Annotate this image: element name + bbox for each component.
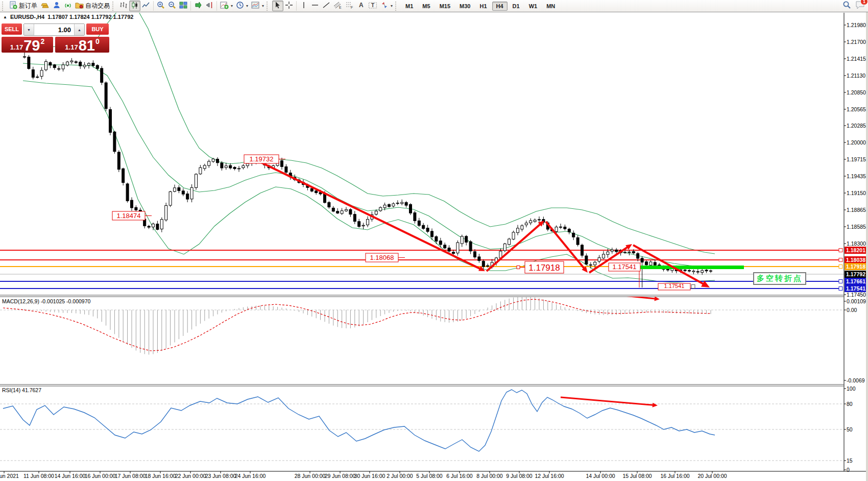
candle-body: [401, 202, 403, 203]
candle-body: [62, 65, 64, 69]
candle-body: [560, 227, 562, 227]
time-tick-label: 17 Jun 08:00: [115, 473, 146, 479]
candle-body: [45, 62, 47, 70]
macd-panel: [0, 290, 842, 355]
price-annotation: 1.19732: [244, 155, 285, 163]
time-tick-label: 6 Jul 16:00: [446, 473, 473, 479]
sell-button[interactable]: SELL: [2, 23, 22, 35]
candle-body: [79, 62, 82, 66]
candle-body: [654, 262, 656, 265]
candle-body: [169, 191, 172, 205]
price-tick-label: 1.20850: [847, 89, 866, 95]
candle-body: [379, 207, 382, 211]
candle-body: [113, 132, 116, 151]
candle-body: [383, 205, 386, 208]
svg-text:1.17541: 1.17541: [613, 263, 637, 271]
macd-label: MACD(12,26,9) -0.001025 -0.000970: [2, 298, 91, 304]
volume-increase-button[interactable]: ▲: [74, 24, 84, 35]
candle-body: [426, 228, 429, 232]
price-tick-label: 1.17450: [847, 292, 866, 298]
volume-decrease-button[interactable]: ▼: [24, 24, 34, 35]
candle-body: [701, 271, 704, 273]
ohlc-values: 1.17807 1.17824 1.17792 1.17792: [47, 14, 133, 20]
rsi-label: RSI(14) 41.7627: [2, 387, 41, 393]
candle-body: [109, 109, 112, 132]
candle-body: [190, 187, 193, 199]
svg-text:1.17918: 1.17918: [846, 263, 865, 270]
candle-body: [49, 62, 52, 65]
candle-body: [345, 209, 348, 211]
candle-body: [117, 152, 120, 170]
price-tick-label: 1.18300: [847, 240, 866, 247]
candle-body: [392, 204, 395, 206]
rsi-axis-label: 50: [847, 426, 853, 432]
candle-body: [66, 62, 69, 65]
candle-body: [637, 253, 639, 258]
candle-body: [641, 258, 643, 262]
buy-price-big: 81: [79, 39, 95, 52]
chart-canvas[interactable]: 1.197321.184741.180681.179181.175411.175…: [0, 0, 868, 481]
candle-body: [341, 211, 343, 213]
price-annotation: 1.17918: [517, 261, 564, 273]
rsi-trend-arrow: [561, 397, 654, 405]
candle-body: [96, 65, 99, 68]
window-scroll-strip[interactable]: [866, 12, 868, 481]
sell-price-box[interactable]: 1.17 79 2: [2, 37, 53, 53]
candle-body: [576, 237, 579, 245]
macd-trend-arrow: [563, 290, 656, 299]
candle-body: [628, 252, 631, 252]
candle-body: [649, 262, 652, 265]
candle-body: [174, 188, 176, 191]
candle-body: [688, 271, 691, 271]
candle-body: [178, 187, 180, 190]
rsi-line: [3, 390, 715, 451]
candle-body: [358, 222, 360, 227]
candle-body: [418, 221, 420, 225]
bollinger-lower-band: [23, 81, 715, 282]
price-tick-label: 1.21980: [847, 22, 866, 28]
candle-body: [568, 229, 570, 232]
candle-body: [508, 239, 511, 245]
time-tick-label: 15 Jul 08:00: [622, 473, 652, 479]
candle-body: [375, 211, 377, 214]
candle-body: [667, 269, 669, 270]
buy-price-pip: 0: [95, 37, 100, 45]
sell-price-base: 1.17: [10, 43, 23, 51]
candle-body: [444, 245, 446, 248]
candle-body: [199, 167, 202, 174]
candle-body: [126, 184, 129, 201]
svg-text:1.17541: 1.17541: [846, 285, 865, 292]
candle-body: [367, 220, 369, 225]
candle-body: [233, 167, 236, 169]
line-anchor-marker: [839, 280, 842, 283]
candle-body: [131, 200, 133, 208]
price-tick-label: 1.19435: [847, 173, 866, 179]
svg-text:1.18038: 1.18038: [846, 257, 865, 263]
buy-price-box[interactable]: 1.17 81 0: [55, 37, 109, 53]
svg-text:1.17661: 1.17661: [846, 278, 865, 284]
candle-body: [105, 83, 107, 109]
candle-body: [332, 208, 334, 211]
price-tick-label: 1.21700: [847, 39, 866, 45]
candle-body: [349, 209, 352, 214]
candle-body: [23, 57, 26, 57]
symbol-period-label: EURUSD-,H4: [10, 14, 44, 20]
sell-price-big: 79: [23, 39, 40, 52]
buy-button[interactable]: BUY: [86, 23, 109, 35]
candle-body: [83, 65, 86, 66]
macd-axis-label: 0.00: [847, 307, 857, 313]
time-tick-label: 16 Jul 16:00: [660, 473, 689, 479]
line-anchor-marker: [839, 249, 842, 252]
candle-body: [122, 169, 125, 182]
candle-body: [512, 232, 515, 239]
collapse-expand-icon[interactable]: ▲: [3, 15, 7, 19]
rsi-axis-label: 100: [847, 386, 856, 392]
volume-input[interactable]: 1.00: [34, 24, 74, 35]
time-tick-label: 5 Jul 08:00: [416, 473, 443, 479]
candle-body: [581, 245, 584, 255]
candle-body: [474, 252, 476, 257]
candle-body: [208, 161, 210, 165]
candle-body: [229, 165, 232, 168]
time-tick-label: 11 Jun 08:00: [23, 473, 54, 479]
candle-body: [534, 220, 536, 222]
